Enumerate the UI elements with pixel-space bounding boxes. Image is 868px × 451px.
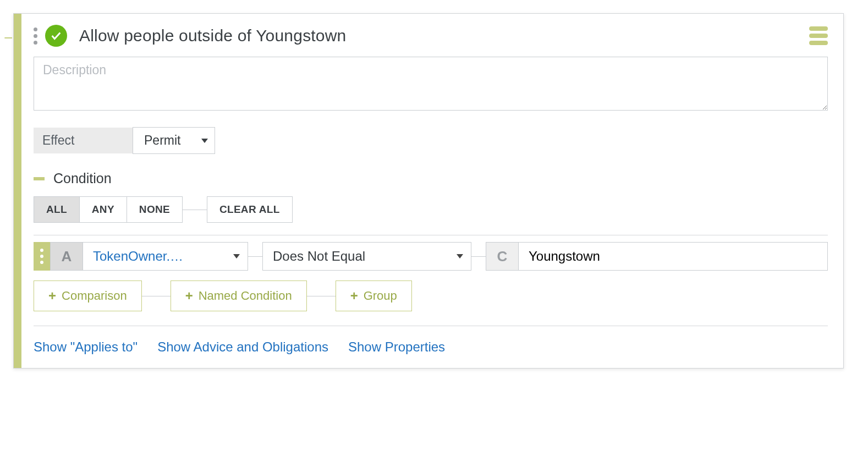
chevron-down-icon (201, 139, 208, 143)
operator-none-button[interactable]: NONE (127, 196, 183, 223)
right-operand-tag: C (486, 242, 519, 271)
card-gutter: − (14, 14, 21, 368)
add-named-condition-button[interactable]: + Named Condition (171, 280, 307, 311)
collapse-card-icon[interactable]: − (4, 30, 13, 46)
comparison-drag-handle-icon[interactable] (34, 242, 50, 271)
plus-icon: + (48, 289, 56, 302)
clear-all-button[interactable]: CLEAR ALL (207, 196, 293, 223)
operator-row: ALL ANY NONE CLEAR ALL (34, 196, 828, 223)
add-named-label: Named Condition (199, 289, 292, 303)
add-buttons-row: + Comparison + Named Condition + Group (34, 280, 828, 311)
card-header: Allow people outside of Youngstown (34, 25, 828, 47)
rule-card: − Allow people outside of Youngstown Eff… (13, 13, 844, 369)
comparison-operator-select[interactable]: Does Not Equal (262, 242, 471, 271)
effect-label: Effect (34, 128, 133, 153)
comparison-value-input[interactable] (519, 242, 828, 271)
show-applies-to-link[interactable]: Show "Applies to" (34, 339, 138, 355)
description-input[interactable] (34, 57, 828, 111)
effect-select[interactable]: Permit (133, 127, 215, 154)
comparison-row: A TokenOwner.… Does Not Equal C (34, 242, 828, 271)
effect-row: Effect Permit (34, 127, 828, 154)
operator-any-button[interactable]: ANY (80, 196, 127, 223)
condition-heading: Condition (34, 170, 828, 186)
left-operand-tag: A (50, 242, 83, 271)
connector-line (183, 210, 207, 210)
chevron-down-icon (457, 254, 463, 258)
effect-value: Permit (144, 133, 180, 148)
add-comparison-button[interactable]: + Comparison (34, 280, 142, 311)
rule-title: Allow people outside of Youngstown (79, 26, 347, 45)
footer-links: Show "Applies to" Show Advice and Obliga… (34, 339, 828, 355)
add-comparison-label: Comparison (62, 289, 127, 303)
collapse-condition-icon[interactable] (34, 177, 45, 180)
attribute-select[interactable]: TokenOwner.… (83, 242, 248, 271)
attribute-value: TokenOwner.… (93, 249, 183, 264)
show-advice-link[interactable]: Show Advice and Obligations (157, 339, 328, 355)
chevron-down-icon (233, 254, 240, 258)
condition-label: Condition (53, 170, 112, 186)
add-group-label: Group (364, 289, 397, 303)
menu-icon[interactable] (809, 26, 828, 45)
plus-icon: + (350, 289, 358, 302)
add-group-button[interactable]: + Group (336, 280, 412, 311)
show-properties-link[interactable]: Show Properties (348, 339, 445, 355)
comparison-operator-value: Does Not Equal (273, 249, 365, 264)
plus-icon: + (185, 289, 193, 302)
status-check-icon (45, 25, 67, 47)
operator-all-button[interactable]: ALL (34, 196, 80, 223)
drag-handle-icon[interactable] (34, 28, 37, 45)
